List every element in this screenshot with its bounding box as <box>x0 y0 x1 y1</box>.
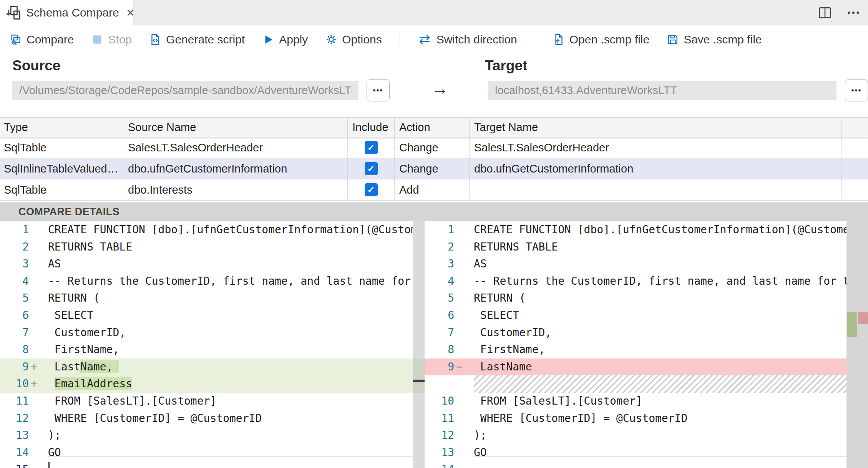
diff-sign <box>454 307 465 324</box>
diff-hatch <box>474 375 846 393</box>
column-header-include[interactable]: Include <box>348 118 395 137</box>
cell-type: SqlTable <box>0 137 123 158</box>
code-line: 11 WHERE [CustomerID] = @CustomerID <box>425 410 868 427</box>
code-text: WHERE [CustomerID] = @CustomerID <box>48 410 413 427</box>
code-line: 14 <box>425 461 868 468</box>
cell-filler <box>842 158 868 179</box>
code-line: 14GO <box>0 444 425 461</box>
right-editor-scrollbar[interactable] <box>846 221 868 468</box>
left-editor-scrollbar[interactable] <box>413 221 425 468</box>
code-line: 9− LastName <box>425 358 868 376</box>
code-text: CustomerID, <box>474 324 846 342</box>
code-text: EmailAddress <box>48 375 413 393</box>
tab-bar: Schema Compare ✕ <box>0 0 868 25</box>
source-input[interactable] <box>12 81 358 100</box>
open-scmp-button[interactable]: Open .scmp file <box>553 33 649 46</box>
include-checkbox[interactable]: ✓ <box>365 183 378 196</box>
code-line: 1CREATE FUNCTION [dbo].[ufnGetCustomerIn… <box>0 221 425 239</box>
overview-added-marker <box>847 312 857 337</box>
line-number: 9 <box>425 358 454 376</box>
target-code-editor[interactable]: 1CREATE FUNCTION [dbo].[ufnGetCustomerIn… <box>425 221 868 468</box>
column-header-type[interactable]: Type <box>0 118 123 137</box>
code-text: GO <box>48 444 413 461</box>
target-input[interactable] <box>488 81 836 100</box>
code-text: RETURN ( <box>48 290 413 307</box>
line-number: 6 <box>425 307 454 324</box>
line-number: 10 <box>0 375 29 393</box>
code-line: 13); <box>0 427 425 444</box>
diff-sign <box>454 410 465 427</box>
diff-sign <box>454 393 465 410</box>
line-number: 9 <box>0 358 29 376</box>
toolbar-separator <box>400 33 400 46</box>
save-scmp-icon <box>667 34 679 45</box>
code-text: AS <box>48 256 413 273</box>
diff-sign <box>454 239 465 256</box>
apply-button[interactable]: Apply <box>262 33 308 46</box>
code-text: FROM [SalesLT].[Customer] <box>48 393 413 410</box>
code-line: 8 FirstName, <box>425 341 868 358</box>
column-header-target-name[interactable]: Target Name <box>470 118 842 137</box>
generate-script-button[interactable]: Generate script <box>149 33 245 46</box>
compare-button[interactable]: Compare <box>10 33 74 46</box>
code-line: 10+ EmailAddress <box>0 375 425 393</box>
table-row[interactable]: SqlInlineTableValuedFu…dbo.ufnGetCustome… <box>0 158 868 179</box>
target-browse-button[interactable]: ••• <box>845 79 868 101</box>
diff-sign <box>454 444 465 461</box>
diff-sign <box>454 256 465 273</box>
table-row[interactable]: SqlTabledbo.Interests✓Add <box>0 179 868 201</box>
source-code-editor[interactable]: 1CREATE FUNCTION [dbo].[ufnGetCustomerIn… <box>0 221 425 468</box>
stop-label: Stop <box>108 33 132 46</box>
more-actions-icon[interactable] <box>845 6 862 20</box>
code-text: RETURNS TABLE <box>48 239 413 256</box>
line-number: 2 <box>0 239 29 256</box>
line-number: 8 <box>0 341 29 358</box>
switch-direction-button[interactable]: Switch direction <box>418 33 517 46</box>
diff-sign <box>454 221 465 239</box>
split-editor-icon[interactable] <box>818 6 832 20</box>
line-number: 3 <box>425 256 454 273</box>
diff-sign <box>454 427 465 444</box>
include-checkbox[interactable]: ✓ <box>365 141 378 154</box>
gutter-border <box>44 221 44 468</box>
diff-sign <box>29 444 39 461</box>
line-number: 12 <box>425 427 454 444</box>
save-scmp-button[interactable]: Save .scmp file <box>667 33 762 46</box>
column-header-action[interactable]: Action <box>395 118 470 137</box>
cell-source-name: dbo.Interests <box>123 179 348 200</box>
line-number: 7 <box>0 324 29 342</box>
code-text: RETURN ( <box>474 290 846 307</box>
code-line: 9+ LastName, <box>0 358 425 376</box>
code-line: 6 SELECT <box>0 307 425 324</box>
cell-type: SqlInlineTableValuedFu… <box>0 158 123 179</box>
code-line: 5RETURN ( <box>425 290 868 307</box>
code-text: SELECT <box>48 307 413 324</box>
diff-sign <box>29 410 39 427</box>
line-number: 8 <box>425 341 454 358</box>
diff-sign <box>29 324 39 342</box>
tab-close-icon[interactable]: ✕ <box>124 7 136 19</box>
cell-filler <box>842 179 868 200</box>
options-label: Options <box>342 33 382 46</box>
code-line: 4-- Returns the CustomerID, first name, … <box>425 273 868 290</box>
apply-label: Apply <box>279 33 308 46</box>
code-line: 10 FROM [SalesLT].[Customer] <box>425 393 868 410</box>
code-text: ); <box>48 427 413 444</box>
table-row[interactable]: SqlTableSalesLT.SalesOrderHeader✓ChangeS… <box>0 137 868 158</box>
code-line: 6 SELECT <box>425 307 868 324</box>
options-icon <box>325 34 337 45</box>
line-number: 11 <box>425 410 454 427</box>
code-line: 3AS <box>425 256 868 273</box>
line-number: 11 <box>0 393 29 410</box>
open-scmp-icon <box>553 34 564 45</box>
source-browse-button[interactable]: ••• <box>367 79 390 101</box>
include-checkbox[interactable]: ✓ <box>365 162 378 175</box>
column-header-source-name[interactable]: Source Name <box>123 118 348 137</box>
stop-button[interactable]: Stop <box>91 33 132 46</box>
line-number: 10 <box>425 393 454 410</box>
schema-compare-icon <box>6 5 21 20</box>
options-button[interactable]: Options <box>325 33 382 46</box>
tab-title: Schema Compare <box>26 6 119 19</box>
tab-schema-compare[interactable]: Schema Compare ✕ <box>0 0 134 25</box>
diff-sign <box>454 273 465 290</box>
